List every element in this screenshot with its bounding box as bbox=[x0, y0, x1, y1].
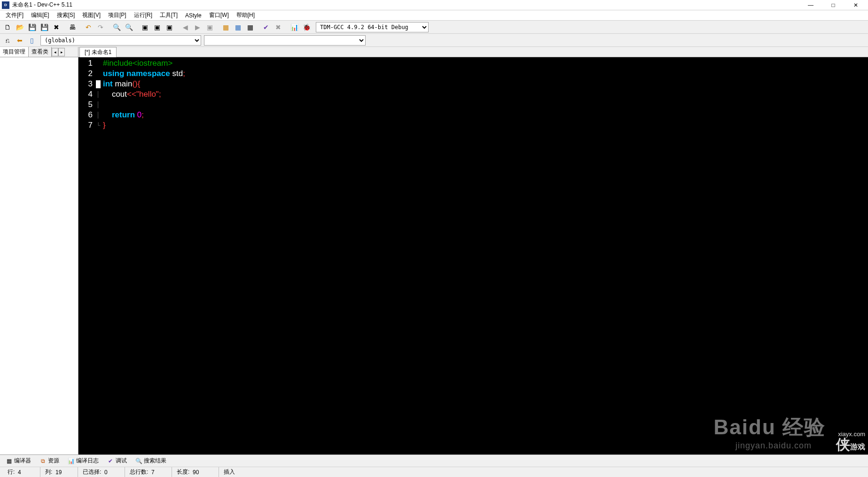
code-preproc: #include<iostream> bbox=[103, 59, 172, 68]
scope-select[interactable]: (globals) bbox=[40, 35, 201, 46]
code-ident: cout bbox=[112, 90, 127, 99]
grid-icon: ▦ bbox=[6, 458, 12, 464]
code-punct: ; bbox=[159, 90, 161, 99]
menu-tools[interactable]: 工具[T] bbox=[156, 10, 181, 20]
bottom-tab-label: 搜索结果 bbox=[144, 457, 166, 465]
code-punct: << bbox=[127, 90, 136, 99]
code-ident: main bbox=[115, 79, 133, 88]
open-file-icon[interactable]: 📂 bbox=[14, 22, 25, 33]
syntax-check-icon[interactable]: ▶ bbox=[192, 22, 203, 33]
main-toolbar: 🗋 📂 💾 💾 ✖ 🖶 ↶ ↷ 🔍 🔍 ▣ ▣ ▣ ◀ ▶ ▣ ▦ ▦ ▦ ✔ … bbox=[0, 21, 868, 34]
resource-icon: ⧉ bbox=[39, 458, 46, 464]
menu-astyle[interactable]: AStyle bbox=[181, 11, 205, 20]
new-file-icon[interactable]: 🗋 bbox=[2, 22, 13, 33]
close-button[interactable]: ✕ bbox=[851, 1, 860, 9]
debug-stop-icon[interactable]: ✖ bbox=[273, 22, 284, 33]
bottom-tab-label: 资源 bbox=[48, 457, 59, 465]
menu-file[interactable]: 文件[F] bbox=[2, 10, 27, 20]
line-number: 4 bbox=[78, 89, 93, 100]
bottom-tab-label: 编译器 bbox=[14, 457, 31, 465]
menu-bar: 文件[F] 编辑[E] 搜索[S] 视图[V] 项目[P] 运行[R] 工具[T… bbox=[0, 10, 868, 21]
code-keyword: using bbox=[103, 69, 124, 78]
debug-check-icon[interactable]: ✔ bbox=[260, 22, 272, 33]
menu-project[interactable]: 项目[P] bbox=[104, 10, 130, 20]
editor-area: [*] 未命名1 1 2 3 4 5 6 7 │ │ │ └ # bbox=[78, 47, 868, 454]
search-icon: 🔍 bbox=[135, 458, 142, 464]
line-number: 7 bbox=[78, 120, 93, 131]
compiler-select[interactable]: TDM-GCC 4.9.2 64-bit Debug bbox=[316, 22, 429, 32]
app-icon: D bbox=[2, 1, 9, 9]
code-keyword: return bbox=[112, 110, 135, 119]
save-all-icon[interactable]: 💾 bbox=[39, 22, 50, 33]
goto-func-icon[interactable]: ⎌ bbox=[2, 35, 13, 46]
bottom-tab-debug[interactable]: ✔ 调试 bbox=[103, 456, 131, 466]
goto-prev-icon[interactable]: ⬅ bbox=[14, 35, 25, 46]
code-keyword: namespace bbox=[126, 69, 170, 78]
bottom-tab-resource[interactable]: ⧉ 资源 bbox=[36, 456, 63, 466]
tab-nav-right-icon[interactable]: ▸ bbox=[58, 48, 65, 56]
stop-icon[interactable]: ▣ bbox=[204, 22, 215, 33]
status-insert-mode: 插入 bbox=[219, 467, 257, 477]
status-selected: 已选择: 0 bbox=[78, 467, 125, 477]
minimize-button[interactable]: — bbox=[806, 1, 815, 9]
menu-search[interactable]: 搜索[S] bbox=[53, 10, 79, 20]
window-title: 未命名1 - Dev-C++ 5.11 bbox=[12, 1, 72, 9]
code-punct: () bbox=[132, 79, 137, 88]
code-editor[interactable]: 1 2 3 4 5 6 7 │ │ │ └ #include<iostream>… bbox=[78, 57, 868, 454]
bottom-tabs: ▦ 编译器 ⧉ 资源 📊 编译日志 ✔ 调试 🔍 搜索结果 bbox=[0, 454, 868, 467]
close-file-icon[interactable]: ✖ bbox=[51, 22, 62, 33]
member-select[interactable] bbox=[204, 35, 366, 46]
fold-open-icon bbox=[96, 80, 101, 88]
title-bar: D 未命名1 - Dev-C++ 5.11 — □ ✕ bbox=[0, 0, 868, 10]
bottom-tab-label: 调试 bbox=[116, 457, 127, 465]
check-icon: ✔ bbox=[107, 458, 114, 464]
grid2-icon[interactable]: ▦ bbox=[232, 22, 243, 33]
save-icon[interactable]: 💾 bbox=[26, 22, 38, 33]
log-icon: 📊 bbox=[68, 458, 74, 464]
tab-project-manage[interactable]: 项目管理 bbox=[0, 47, 29, 57]
editor-tabs: [*] 未命名1 bbox=[78, 47, 868, 57]
line-number: 2 bbox=[78, 69, 93, 79]
menu-view[interactable]: 视图[V] bbox=[78, 10, 104, 20]
code-punct: ; bbox=[141, 110, 144, 119]
code-punct: } bbox=[103, 121, 106, 130]
bookmark-icon[interactable]: ▯ bbox=[26, 35, 38, 46]
side-panel-content bbox=[0, 57, 78, 454]
side-panel: 项目管理 查看类 ◂ ▸ bbox=[0, 47, 78, 454]
menu-window[interactable]: 窗口[W] bbox=[205, 10, 233, 20]
rebuild-icon[interactable]: ◀ bbox=[180, 22, 191, 33]
grid3-icon[interactable]: ▦ bbox=[244, 22, 256, 33]
print-icon[interactable]: 🖶 bbox=[67, 22, 78, 33]
bottom-tab-compile-log[interactable]: 📊 编译日志 bbox=[64, 456, 102, 466]
status-length: 长度: 90 bbox=[172, 467, 219, 477]
find-icon[interactable]: 🔍 bbox=[111, 22, 122, 33]
maximize-button[interactable]: □ bbox=[829, 1, 838, 9]
bottom-tab-search-results[interactable]: 🔍 搜索结果 bbox=[132, 456, 170, 466]
code-content[interactable]: #include<iostream> using namespace std; … bbox=[101, 57, 868, 454]
redo-icon[interactable]: ↷ bbox=[95, 22, 106, 33]
grid1-icon[interactable]: ▦ bbox=[220, 22, 231, 33]
menu-help[interactable]: 帮助[H] bbox=[233, 10, 258, 20]
debug-icon[interactable]: 🐞 bbox=[301, 22, 312, 33]
compile-run-icon[interactable]: ▣ bbox=[164, 22, 175, 33]
status-total-lines: 总行数: 7 bbox=[125, 467, 172, 477]
editor-tab-file[interactable]: [*] 未命名1 bbox=[79, 47, 117, 57]
replace-icon[interactable]: 🔍 bbox=[123, 22, 134, 33]
menu-run[interactable]: 运行[R] bbox=[130, 10, 156, 20]
code-punct: { bbox=[138, 79, 141, 88]
compile-icon[interactable]: ▣ bbox=[139, 22, 150, 33]
fold-column: │ │ │ └ bbox=[95, 57, 101, 454]
tab-view-class[interactable]: 查看类 bbox=[29, 47, 52, 57]
run-icon[interactable]: ▣ bbox=[151, 22, 163, 33]
line-number: 1 bbox=[78, 58, 93, 69]
profile-icon[interactable]: 📊 bbox=[289, 22, 300, 33]
tab-nav-left-icon[interactable]: ◂ bbox=[52, 48, 58, 56]
bottom-tab-label: 编译日志 bbox=[76, 457, 99, 465]
window-controls: — □ ✕ bbox=[806, 1, 866, 9]
menu-edit[interactable]: 编辑[E] bbox=[27, 10, 53, 20]
code-ident: std bbox=[172, 69, 183, 78]
code-number: 0 bbox=[137, 110, 141, 119]
class-browser-toolbar: ⎌ ⬅ ▯ (globals) bbox=[0, 34, 868, 47]
undo-icon[interactable]: ↶ bbox=[83, 22, 94, 33]
bottom-tab-compiler[interactable]: ▦ 编译器 bbox=[2, 456, 35, 466]
